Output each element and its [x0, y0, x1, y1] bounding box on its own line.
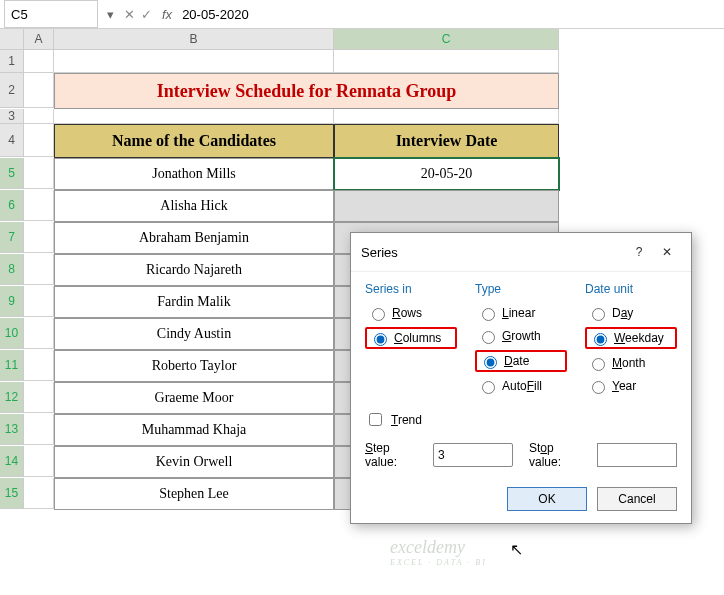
- radio-linear-input[interactable]: [482, 308, 495, 321]
- dialog-title: Series: [361, 245, 625, 260]
- dialog-buttons: OK Cancel: [351, 479, 691, 523]
- row-header-8[interactable]: 8: [0, 254, 24, 285]
- cell-c3[interactable]: [334, 109, 559, 124]
- cell-a2[interactable]: [24, 73, 54, 108]
- radio-year-input[interactable]: [592, 381, 605, 394]
- cell-c1[interactable]: [334, 50, 559, 73]
- accept-fx-icon[interactable]: ✓: [141, 7, 152, 22]
- name-box[interactable]: [4, 0, 98, 28]
- cell-c5[interactable]: 20-05-20: [334, 158, 559, 190]
- row-header-7[interactable]: 7: [0, 222, 24, 253]
- row-header-5[interactable]: 5: [0, 158, 24, 189]
- radio-date-input[interactable]: [484, 356, 497, 369]
- cell-c6[interactable]: [334, 190, 559, 222]
- cell-a10[interactable]: [24, 318, 54, 349]
- radio-weekday-input[interactable]: [594, 333, 607, 346]
- select-all-corner[interactable]: [0, 29, 24, 50]
- cell-a3[interactable]: [24, 109, 54, 124]
- cell-a8[interactable]: [24, 254, 54, 285]
- cancel-fx-icon[interactable]: ✕: [124, 7, 135, 22]
- cell-a1[interactable]: [24, 50, 54, 73]
- step-value-label: Step value:: [365, 441, 425, 469]
- col-header-b[interactable]: B: [54, 29, 334, 50]
- row-header-4[interactable]: 4: [0, 124, 24, 157]
- group-date-unit: Date unit Day Weekday Month Year: [585, 282, 677, 400]
- radio-linear[interactable]: Linear: [475, 304, 567, 322]
- fx-label[interactable]: fx: [162, 7, 172, 22]
- col-header-c[interactable]: C: [334, 29, 559, 50]
- radio-weekday[interactable]: Weekday: [585, 327, 677, 349]
- dialog-titlebar: Series ? ✕: [351, 233, 691, 272]
- radio-year[interactable]: Year: [585, 377, 677, 395]
- radio-growth[interactable]: Growth: [475, 327, 567, 345]
- cancel-button[interactable]: Cancel: [597, 487, 677, 511]
- cell-a11[interactable]: [24, 350, 54, 381]
- candidate-15[interactable]: Stephen Lee: [54, 478, 334, 510]
- row-header-11[interactable]: 11: [0, 350, 24, 381]
- candidate-10[interactable]: Cindy Austin: [54, 318, 334, 350]
- cell-a5[interactable]: [24, 158, 54, 189]
- cell-a14[interactable]: [24, 446, 54, 477]
- candidate-13[interactable]: Muhammad Khaja: [54, 414, 334, 446]
- candidate-9[interactable]: Fardin Malik: [54, 286, 334, 318]
- radio-month-input[interactable]: [592, 358, 605, 371]
- row-header-14[interactable]: 14: [0, 446, 24, 477]
- header-name[interactable]: Name of the Candidates: [54, 124, 334, 158]
- candidate-6[interactable]: Alisha Hick: [54, 190, 334, 222]
- radio-rows[interactable]: RRowsows: [365, 304, 457, 322]
- radio-day[interactable]: Day: [585, 304, 677, 322]
- header-date[interactable]: Interview Date: [334, 124, 559, 158]
- cell-a4[interactable]: [24, 124, 54, 157]
- radio-day-input[interactable]: [592, 308, 605, 321]
- date-unit-label: Date unit: [585, 282, 677, 296]
- cell-a6[interactable]: [24, 190, 54, 221]
- namebox-dropdown-icon[interactable]: ▾: [102, 7, 118, 22]
- candidate-7[interactable]: Abraham Benjamin: [54, 222, 334, 254]
- dialog-body: Series in RRowsows Columns Type Linear G…: [351, 272, 691, 406]
- row-header-13[interactable]: 13: [0, 414, 24, 445]
- step-value-input[interactable]: [433, 443, 513, 467]
- ok-button[interactable]: OK: [507, 487, 587, 511]
- row-header-15[interactable]: 15: [0, 478, 24, 509]
- trend-label: Trend: [391, 413, 422, 427]
- stop-value-input[interactable]: [597, 443, 677, 467]
- row-header-6[interactable]: 6: [0, 190, 24, 221]
- title-cell[interactable]: Interview Schedule for Rennata Group: [54, 73, 559, 109]
- cell-b3[interactable]: [54, 109, 334, 124]
- candidate-5[interactable]: Jonathon Mills: [54, 158, 334, 190]
- radio-rows-input[interactable]: [372, 308, 385, 321]
- candidate-12[interactable]: Graeme Moor: [54, 382, 334, 414]
- group-series-in: Series in RRowsows Columns: [365, 282, 457, 400]
- radio-columns[interactable]: Columns: [365, 327, 457, 349]
- cell-a12[interactable]: [24, 382, 54, 413]
- row-header-10[interactable]: 10: [0, 318, 24, 349]
- radio-autofill-input[interactable]: [482, 381, 495, 394]
- cell-a13[interactable]: [24, 414, 54, 445]
- row-header-2[interactable]: 2: [0, 73, 24, 108]
- row-header-12[interactable]: 12: [0, 382, 24, 413]
- series-in-label: Series in: [365, 282, 457, 296]
- radio-month[interactable]: Month: [585, 354, 677, 372]
- dialog-close-icon[interactable]: ✕: [653, 241, 681, 263]
- watermark: exceldemy EXCEL · DATA · BI: [390, 537, 487, 567]
- candidate-8[interactable]: Ricardo Najareth: [54, 254, 334, 286]
- row-header-1[interactable]: 1: [0, 50, 24, 73]
- candidate-11[interactable]: Roberto Taylor: [54, 350, 334, 382]
- row-header-9[interactable]: 9: [0, 286, 24, 317]
- formula-input[interactable]: 20-05-2020: [176, 5, 724, 24]
- cell-a9[interactable]: [24, 286, 54, 317]
- dialog-help-icon[interactable]: ?: [625, 241, 653, 263]
- cursor-icon: ↖: [510, 540, 523, 559]
- candidate-14[interactable]: Kevin Orwell: [54, 446, 334, 478]
- radio-date[interactable]: Date: [475, 350, 567, 372]
- radio-columns-input[interactable]: [374, 333, 387, 346]
- cell-a15[interactable]: [24, 478, 54, 509]
- cell-b1[interactable]: [54, 50, 334, 73]
- row-header-3[interactable]: 3: [0, 109, 24, 124]
- radio-autofill[interactable]: AutoFill: [475, 377, 567, 395]
- trend-checkbox[interactable]: [369, 413, 382, 426]
- radio-growth-input[interactable]: [482, 331, 495, 344]
- cell-a7[interactable]: [24, 222, 54, 253]
- col-header-a[interactable]: A: [24, 29, 54, 50]
- series-dialog: Series ? ✕ Series in RRowsows Columns Ty…: [350, 232, 692, 524]
